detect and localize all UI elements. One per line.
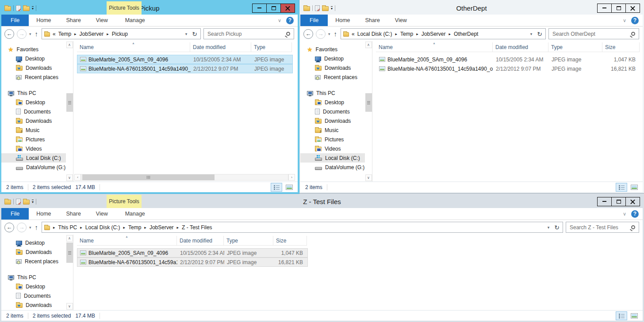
ribbon-collapse-icon[interactable]: ∨ (278, 18, 281, 23)
properties-check-icon[interactable] (16, 5, 21, 11)
file-row[interactable]: BlueMarble_2005_SAm_09_4096 10/15/2005 2… (376, 55, 640, 64)
titlebar[interactable]: ▾ Picture Tools Z - Test Files (1, 195, 643, 208)
search-input[interactable] (552, 31, 629, 37)
forward-button[interactable]: → (316, 29, 326, 39)
scroll-down-icon[interactable]: ∨ (66, 303, 73, 310)
history-dropdown-icon[interactable]: ▾ (328, 32, 330, 36)
breadcrumb-separator-icon[interactable]: ▸ (143, 225, 147, 230)
sidebar-item-downloads[interactable]: Downloads (1, 300, 66, 310)
search-input[interactable] (207, 31, 284, 37)
breadcrumb-item[interactable]: OtherDept (454, 31, 478, 37)
sidebar-group-favorites[interactable]: ★ Favorites (1, 45, 66, 54)
tab-view[interactable]: View (387, 15, 414, 26)
search-icon[interactable] (631, 32, 635, 36)
search-box[interactable] (548, 28, 639, 39)
folder-icon[interactable] (4, 200, 11, 205)
tab-file[interactable]: File (300, 15, 328, 26)
search-icon[interactable] (631, 225, 635, 229)
new-folder-icon[interactable] (322, 6, 329, 11)
sidebar-item-desktop[interactable]: Desktop (300, 98, 365, 107)
refresh-icon[interactable]: ↻ (536, 30, 544, 38)
back-button[interactable]: ← (4, 223, 14, 232)
refresh-icon[interactable]: ↻ (553, 224, 561, 231)
new-folder-icon[interactable] (23, 200, 30, 205)
scroll-up-icon[interactable]: ∧ (66, 235, 73, 242)
breadcrumb-item[interactable]: JobServer (150, 224, 174, 231)
breadcrumb-separator-icon[interactable]: ▸ (394, 32, 398, 36)
column-header-type[interactable]: Type (251, 42, 292, 52)
breadcrumb-overflow[interactable]: « (52, 31, 56, 37)
file-row[interactable]: BlueMarble-NA-6760135001_14c59a1490_o 2/… (77, 258, 308, 267)
sidebar-item-desktop[interactable]: Desktop (1, 282, 66, 291)
back-button[interactable]: ← (303, 29, 313, 39)
thumbnail-view-button[interactable] (629, 183, 640, 192)
minimize-button[interactable] (252, 4, 267, 13)
sidebar-item-downloads[interactable]: Downloads (300, 116, 365, 125)
address-bar[interactable]: « Local Disk (C:) ▸ Temp ▸ JobServer ▸ O… (341, 28, 546, 39)
breadcrumb-separator-icon[interactable]: ▸ (79, 225, 83, 230)
column-header-size[interactable]: Size (273, 236, 307, 245)
sidebar-item-documents[interactable]: Documents (1, 291, 66, 300)
close-button[interactable] (625, 4, 640, 13)
sidebar-item-documents[interactable]: Documents (300, 107, 365, 116)
breadcrumb-item[interactable]: Temp (400, 31, 413, 37)
ribbon-collapse-icon[interactable]: ∨ (623, 211, 626, 217)
tab-file[interactable]: File (1, 15, 29, 26)
breadcrumb-separator-icon[interactable]: ▸ (122, 225, 126, 230)
tab-manage[interactable]: Manage (118, 208, 153, 220)
address-bar[interactable]: « Temp ▸ JobServer ▸ Pickup ▾ ↻ (42, 28, 201, 39)
breadcrumb-item[interactable]: Pickup (112, 31, 128, 37)
tab-share[interactable]: Share (59, 208, 88, 220)
breadcrumb-overflow[interactable]: « (351, 31, 355, 37)
sidebar-item-downloads[interactable]: Downloads (1, 63, 66, 72)
address-bar[interactable]: ▸ This PC ▸ Local Disk (C:) ▸ Temp ▸ Job… (42, 222, 563, 233)
scrollbar-thumb[interactable] (82, 174, 215, 180)
sidebar-item-local-disk-c[interactable]: Local Disk (C:) (1, 153, 66, 163)
maximize-button[interactable] (611, 197, 626, 206)
search-input[interactable] (570, 224, 629, 231)
up-button[interactable]: ↑ (333, 30, 338, 38)
address-dropdown-icon[interactable]: ▾ (184, 32, 189, 36)
forward-button[interactable]: → (17, 223, 27, 232)
picture-tools-contextual-tab[interactable]: Picture Tools (107, 195, 142, 208)
sidebar-item-pictures[interactable]: Pictures (300, 135, 365, 144)
sidebar-item-pictures[interactable]: Pictures (1, 135, 66, 144)
tab-view[interactable]: View (88, 15, 115, 26)
column-header-name[interactable]: ▲ Name (376, 42, 493, 52)
breadcrumb-separator-icon[interactable]: ▸ (106, 32, 110, 36)
sidebar-item-local-disk-c[interactable]: Local Disk (C:) (300, 153, 365, 163)
breadcrumb-item[interactable]: JobServer (422, 31, 446, 37)
sidebar-item-music[interactable]: Music (1, 125, 66, 135)
help-icon[interactable]: ? (286, 17, 294, 24)
scroll-down-icon[interactable]: ∨ (365, 174, 372, 181)
file-row[interactable]: BlueMarble_2005_SAm_09_4096 10/15/2005 2… (77, 248, 308, 258)
sidebar-item-datavolume-g[interactable]: DataVolume (G:) (1, 163, 66, 172)
sidebar-scrollbar[interactable]: ∧ ∨ (365, 41, 372, 182)
column-header-size[interactable]: Size (602, 42, 640, 52)
details-view-button[interactable] (271, 183, 282, 192)
sidebar-group-this-pc[interactable]: This PC (1, 88, 66, 98)
tab-manage[interactable]: Manage (118, 15, 153, 26)
history-dropdown-icon[interactable]: ▾ (29, 32, 31, 36)
sidebar-item-desktop[interactable]: Desktop (1, 98, 66, 107)
breadcrumb-item[interactable]: Temp (128, 224, 141, 231)
tab-home[interactable]: Home (29, 15, 58, 26)
search-icon[interactable] (286, 32, 290, 36)
tab-home[interactable]: Home (29, 208, 58, 220)
help-icon[interactable]: ? (631, 17, 639, 24)
properties-check-icon[interactable] (16, 199, 21, 205)
column-header-date-modified[interactable]: Date modified (177, 236, 224, 245)
customize-qat-icon[interactable]: ▾ (331, 6, 333, 10)
breadcrumb-separator-icon[interactable]: ▸ (415, 32, 419, 36)
sidebar-scrollbar[interactable]: ∧ ∨ (66, 235, 73, 310)
address-dropdown-icon[interactable]: ▾ (529, 32, 534, 36)
sidebar-item-desktop[interactable]: Desktop (300, 54, 365, 63)
history-dropdown-icon[interactable]: ▾ (29, 225, 31, 230)
scroll-left-icon[interactable]: ‹ (74, 174, 81, 181)
minimize-button[interactable] (597, 4, 612, 13)
tab-share[interactable]: Share (59, 15, 88, 26)
sidebar-item-recent-places[interactable]: Recent places (300, 72, 365, 82)
details-view-button[interactable] (616, 183, 627, 192)
address-dropdown-icon[interactable]: ▾ (546, 225, 551, 230)
forward-button[interactable]: → (17, 29, 27, 39)
